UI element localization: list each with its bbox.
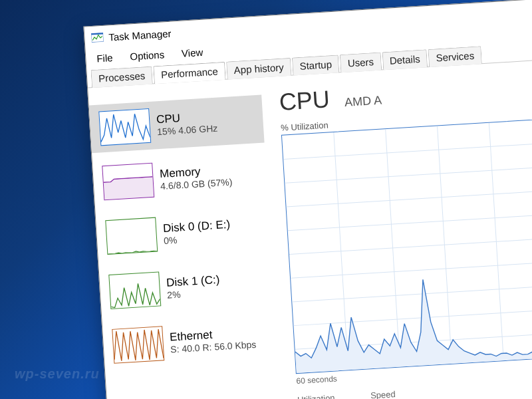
stat-utilization-label: Utilization	[297, 392, 338, 399]
ethernet-thumb-chart	[112, 326, 164, 364]
cpu-thumb-chart	[98, 108, 151, 146]
sidebar-item-memory[interactable]: Memory 4.6/8.0 GB (57%)	[92, 149, 268, 207]
content-area: CPU 15% 4.06 GHz Memory 4.6/8.0 GB (57%)…	[88, 55, 532, 399]
tab-services[interactable]: Services	[428, 46, 482, 67]
svg-line-4	[287, 188, 532, 207]
tab-startup[interactable]: Startup	[292, 55, 340, 75]
tab-details[interactable]: Details	[382, 49, 428, 70]
svg-line-6	[289, 235, 532, 255]
svg-line-3	[285, 164, 532, 184]
disk1-thumb-chart	[108, 271, 161, 309]
main-subtitle: AMD A	[344, 94, 382, 110]
cpu-utilization-chart	[281, 116, 532, 374]
task-manager-icon	[91, 33, 104, 43]
main-title: CPU	[279, 85, 331, 116]
sidebar-item-sub: 2%	[167, 287, 221, 301]
sidebar-item-ethernet[interactable]: Ethernet S: 40.0 R: 56.0 Kbps	[102, 313, 278, 371]
menu-options[interactable]: Options	[127, 47, 168, 64]
svg-line-7	[291, 259, 532, 279]
svg-line-2	[283, 140, 532, 160]
memory-thumb-chart	[102, 163, 154, 201]
disk0-thumb-chart	[105, 217, 158, 255]
stat-speed-label: Speed	[370, 389, 396, 399]
svg-line-9	[293, 307, 532, 326]
sidebar-item-cpu[interactable]: CPU 15% 4.06 GHz	[89, 95, 265, 154]
sidebar-item-disk1[interactable]: Disk 1 (C:) 2%	[99, 258, 275, 317]
performance-sidebar: CPU 15% 4.06 GHz Memory 4.6/8.0 GB (57%)…	[88, 78, 285, 399]
menu-file[interactable]: File	[94, 50, 116, 65]
tab-users[interactable]: Users	[340, 52, 382, 72]
sidebar-item-disk0[interactable]: Disk 0 (D: E:) 0%	[96, 203, 271, 262]
desktop: Task Manager File Options View Processes…	[0, 0, 532, 399]
svg-line-8	[292, 283, 532, 302]
tab-processes[interactable]: Processes	[90, 66, 153, 88]
menu-view[interactable]: View	[178, 45, 205, 60]
main-panel: CPU AMD A % Utilization 60 seconds Utili…	[261, 55, 532, 399]
task-manager-window: Task Manager File Options View Processes…	[83, 0, 532, 399]
window-title: Task Manager	[108, 27, 172, 43]
